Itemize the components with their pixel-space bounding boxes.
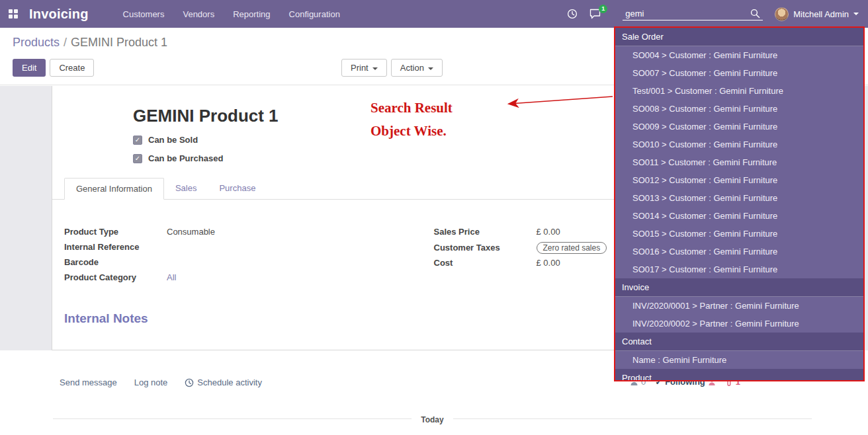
field-product-type: Product Type Consumable <box>64 227 434 238</box>
product-type-value: Consumable <box>167 227 215 237</box>
search-result-item[interactable]: SO017 > Customer : Gemini Furniture <box>615 260 863 278</box>
user-avatar <box>775 7 789 21</box>
search-results-dropdown: Sale Order SO004 > Customer : Gemini Fur… <box>614 26 865 381</box>
edit-button[interactable]: Edit <box>13 59 46 77</box>
can-be-purchased-checkbox[interactable]: ✓ <box>133 154 142 163</box>
menu-vendors[interactable]: Vendors <box>183 9 214 19</box>
breadcrumb-products-link[interactable]: Products <box>13 36 60 49</box>
log-note-button[interactable]: Log note <box>134 377 168 387</box>
search-result-item[interactable]: SO009 > Customer : Gemini Furniture <box>615 118 863 136</box>
search-result-item[interactable]: Test/001 > Customer : Gemini Furniture <box>615 82 863 100</box>
messages-icon[interactable]: 1 <box>589 9 601 19</box>
group-header-sale-order: Sale Order <box>615 28 863 46</box>
product-category-link[interactable]: All <box>167 272 176 282</box>
user-menu[interactable]: Mitchell Admin <box>775 7 859 21</box>
navbar-systray: 1 Mitchell Admin <box>567 7 868 21</box>
search-result-item[interactable]: SO015 > Customer : Gemini Furniture <box>615 225 863 243</box>
search-result-item[interactable]: SO014 > Customer : Gemini Furniture <box>615 207 863 225</box>
search-input[interactable] <box>625 9 750 19</box>
message-count-badge: 1 <box>599 5 607 13</box>
apps-grid-icon <box>9 9 18 19</box>
menu-configuration[interactable]: Configuration <box>289 9 340 19</box>
menu-customers[interactable]: Customers <box>123 9 165 19</box>
tab-purchase[interactable]: Purchase <box>208 178 267 199</box>
search-result-item[interactable]: SO013 > Customer : Gemini Furniture <box>615 189 863 207</box>
today-divider: Today <box>53 418 812 431</box>
global-search-box <box>623 7 763 20</box>
breadcrumb-current: GEMINI Product 1 <box>71 36 167 49</box>
caret-down-icon <box>853 13 859 15</box>
field-barcode: Barcode <box>64 257 434 268</box>
schedule-clock-icon <box>185 378 194 387</box>
caret-down-icon <box>372 67 378 70</box>
search-result-item[interactable]: Name : Gemini Furniture <box>615 351 863 369</box>
field-internal-reference: Internal Reference <box>64 242 434 253</box>
print-dropdown-button[interactable]: Print <box>341 59 387 77</box>
search-result-item[interactable]: SO012 > Customer : Gemini Furniture <box>615 171 863 189</box>
schedule-activity-button[interactable]: Schedule activity <box>185 377 262 387</box>
fields-left-column: Product Type Consumable Internal Referen… <box>64 227 434 288</box>
today-label: Today <box>412 415 453 424</box>
create-button[interactable]: Create <box>50 59 94 77</box>
breadcrumb: Products/GEMINI Product 1 <box>13 36 167 50</box>
search-result-item[interactable]: SO008 > Customer : Gemini Furniture <box>615 100 863 118</box>
can-be-sold-checkbox[interactable]: ✓ <box>133 136 142 145</box>
can-be-sold-label: Can be Sold <box>148 135 198 145</box>
sales-price-value: £ 0.00 <box>537 227 560 237</box>
search-result-item[interactable]: INV/2020/0002 > Partner : Gemini Furnitu… <box>615 315 863 333</box>
app-name[interactable]: Invoicing <box>29 7 89 22</box>
send-message-button[interactable]: Send message <box>60 377 117 387</box>
tab-sales[interactable]: Sales <box>164 178 208 199</box>
search-result-item[interactable]: SO010 > Customer : Gemini Furniture <box>615 136 863 153</box>
menu-reporting[interactable]: Reporting <box>233 9 270 19</box>
search-result-item[interactable]: SO007 > Customer : Gemini Furniture <box>615 64 863 82</box>
top-navbar: Invoicing Customers Vendors Reporting Co… <box>0 0 868 28</box>
field-product-category: Product Category All <box>64 272 434 284</box>
main-menu: Customers Vendors Reporting Configuratio… <box>123 9 340 19</box>
action-dropdown-button[interactable]: Action <box>391 59 443 77</box>
search-result-item[interactable]: INV/2020/0001 > Partner : Gemini Furnitu… <box>615 297 863 315</box>
customer-tax-tag: Zero rated sales <box>537 242 607 254</box>
activities-clock-icon[interactable] <box>567 9 578 19</box>
annotation-arrow <box>501 93 615 110</box>
search-result-item[interactable]: SO016 > Customer : Gemini Furniture <box>615 243 863 260</box>
annotation-note: Search Result Object Wise. <box>370 97 453 143</box>
group-header-invoice: Invoice <box>615 278 863 297</box>
breadcrumb-separator: / <box>64 36 67 49</box>
user-name: Mitchell Admin <box>793 9 849 19</box>
cost-value: £ 0.00 <box>537 258 560 268</box>
search-result-item[interactable]: SO004 > Customer : Gemini Furniture <box>615 46 863 64</box>
search-icon[interactable] <box>750 9 760 19</box>
tab-general-information[interactable]: General Information <box>64 178 164 200</box>
search-result-item[interactable]: SO011 > Customer : Gemini Furniture <box>615 153 863 171</box>
group-header-contact: Contact <box>615 333 863 351</box>
apps-menu-button[interactable] <box>0 0 26 28</box>
can-be-purchased-label: Can be Purchased <box>148 153 223 163</box>
caret-down-icon <box>428 67 433 70</box>
group-header-product: Product <box>615 369 863 381</box>
